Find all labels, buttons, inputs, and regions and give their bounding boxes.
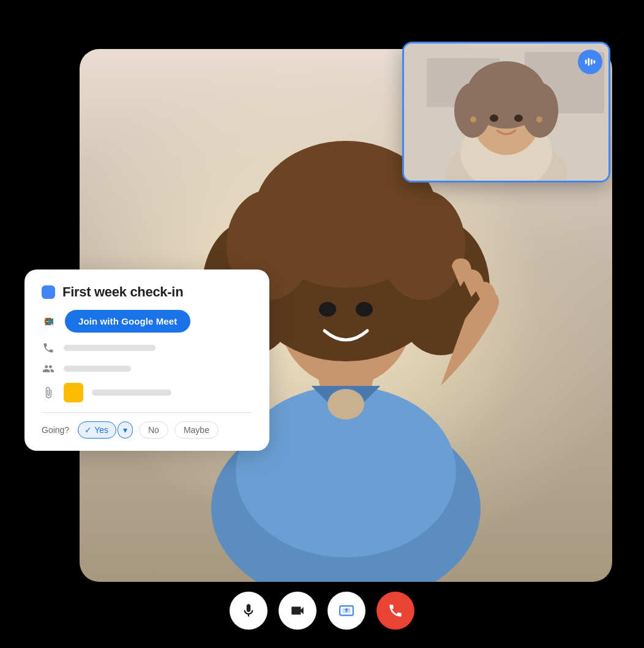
pip-audio-badge bbox=[578, 50, 602, 74]
phone-info-row bbox=[42, 341, 252, 355]
phone-info-bar bbox=[64, 345, 155, 351]
rsvp-label: Going? bbox=[42, 425, 69, 435]
svg-point-24 bbox=[514, 115, 523, 122]
rsvp-yes-button[interactable]: ✓ Yes bbox=[78, 421, 116, 439]
phone-icon bbox=[42, 341, 55, 355]
event-title: First week check-in bbox=[62, 284, 183, 300]
svg-rect-28 bbox=[588, 58, 590, 66]
guests-icon bbox=[42, 362, 55, 375]
camera-button[interactable] bbox=[279, 592, 316, 630]
controls-bar bbox=[230, 592, 414, 630]
mic-button[interactable] bbox=[230, 592, 268, 630]
hangup-button[interactable] bbox=[376, 592, 414, 630]
join-button-row: G M Join with Google Meet bbox=[42, 310, 252, 333]
svg-text:M: M bbox=[48, 318, 54, 327]
svg-point-22 bbox=[522, 83, 558, 138]
attachment-name-bar bbox=[92, 390, 171, 396]
check-icon: ✓ bbox=[84, 425, 92, 435]
mic-icon bbox=[241, 603, 256, 619]
svg-point-23 bbox=[490, 115, 498, 122]
rsvp-yes-label: Yes bbox=[94, 425, 108, 435]
svg-rect-27 bbox=[585, 59, 587, 64]
attachment-row bbox=[42, 383, 252, 402]
rsvp-yes-dropdown[interactable]: ▾ bbox=[118, 421, 133, 439]
svg-point-21 bbox=[454, 83, 491, 138]
svg-point-10 bbox=[319, 302, 336, 317]
meet-logo-icon: G M bbox=[42, 313, 59, 330]
scene: First week check-in G M Join with Google… bbox=[0, 0, 644, 648]
guests-info-bar bbox=[64, 366, 131, 372]
rsvp-no-button[interactable]: No bbox=[139, 421, 168, 439]
rsvp-maybe-button[interactable]: Maybe bbox=[174, 421, 219, 439]
event-color-dot bbox=[42, 285, 55, 299]
share-screen-icon bbox=[339, 603, 354, 619]
event-title-row: First week check-in bbox=[42, 284, 252, 300]
share-button[interactable] bbox=[328, 592, 365, 630]
svg-point-9 bbox=[380, 190, 465, 300]
attachment-icon bbox=[42, 386, 55, 399]
pip-video bbox=[402, 42, 610, 183]
guests-info-row bbox=[42, 362, 252, 375]
camera-icon bbox=[290, 603, 305, 619]
hangup-icon bbox=[388, 603, 403, 619]
event-card: First week check-in G M Join with Google… bbox=[24, 269, 269, 451]
svg-point-26 bbox=[536, 116, 542, 122]
card-divider bbox=[42, 412, 252, 413]
join-meet-button[interactable]: Join with Google Meet bbox=[65, 310, 190, 333]
svg-point-11 bbox=[356, 302, 373, 317]
svg-point-25 bbox=[470, 116, 476, 122]
audio-wave-icon bbox=[583, 55, 597, 69]
attachment-thumbnail bbox=[64, 383, 83, 402]
rsvp-row: Going? ✓ Yes ▾ No Maybe bbox=[42, 421, 252, 439]
svg-point-12 bbox=[328, 389, 364, 420]
svg-rect-29 bbox=[591, 59, 593, 64]
svg-rect-30 bbox=[594, 60, 596, 64]
